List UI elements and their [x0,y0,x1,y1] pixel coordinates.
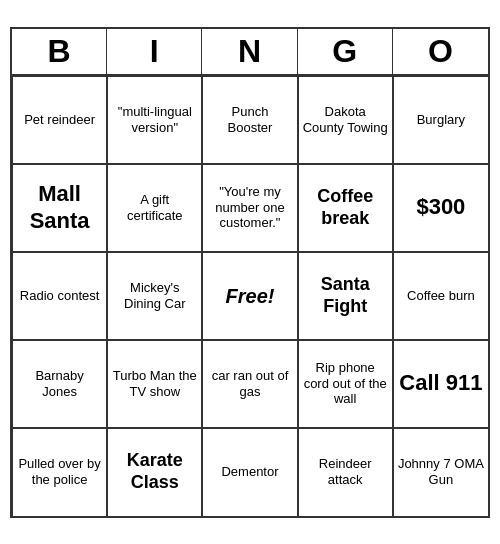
bingo-cell-24: Johnny 7 OMA Gun [393,428,488,516]
bingo-letter-n: N [202,29,297,74]
bingo-cell-17: car ran out of gas [202,340,297,428]
bingo-letter-i: I [107,29,202,74]
bingo-cell-4: Burglary [393,76,488,164]
bingo-cell-0: Pet reindeer [12,76,107,164]
bingo-cell-18: Rip phone cord out of the wall [298,340,393,428]
bingo-header: BINGO [12,29,488,76]
bingo-cell-10: Radio contest [12,252,107,340]
bingo-cell-15: Barnaby Jones [12,340,107,428]
bingo-cell-20: Pulled over by the police [12,428,107,516]
bingo-cell-9: $300 [393,164,488,252]
bingo-card: BINGO Pet reindeer"multi-lingual version… [10,27,490,518]
bingo-letter-o: O [393,29,488,74]
bingo-cell-7: "You're my number one customer." [202,164,297,252]
bingo-cell-12: Free! [202,252,297,340]
bingo-cell-8: Coffee break [298,164,393,252]
bingo-cell-2: Punch Booster [202,76,297,164]
bingo-cell-11: Mickey's Dining Car [107,252,202,340]
bingo-grid: Pet reindeer"multi-lingual version"Punch… [12,76,488,516]
bingo-cell-22: Dementor [202,428,297,516]
bingo-cell-16: Turbo Man the TV show [107,340,202,428]
bingo-cell-1: "multi-lingual version" [107,76,202,164]
bingo-cell-23: Reindeer attack [298,428,393,516]
bingo-cell-21: Karate Class [107,428,202,516]
bingo-letter-b: B [12,29,107,74]
bingo-cell-19: Call 911 [393,340,488,428]
bingo-cell-3: Dakota County Towing [298,76,393,164]
bingo-cell-13: Santa Fight [298,252,393,340]
bingo-letter-g: G [298,29,393,74]
bingo-cell-6: A gift certificate [107,164,202,252]
bingo-cell-14: Coffee burn [393,252,488,340]
bingo-cell-5: Mall Santa [12,164,107,252]
